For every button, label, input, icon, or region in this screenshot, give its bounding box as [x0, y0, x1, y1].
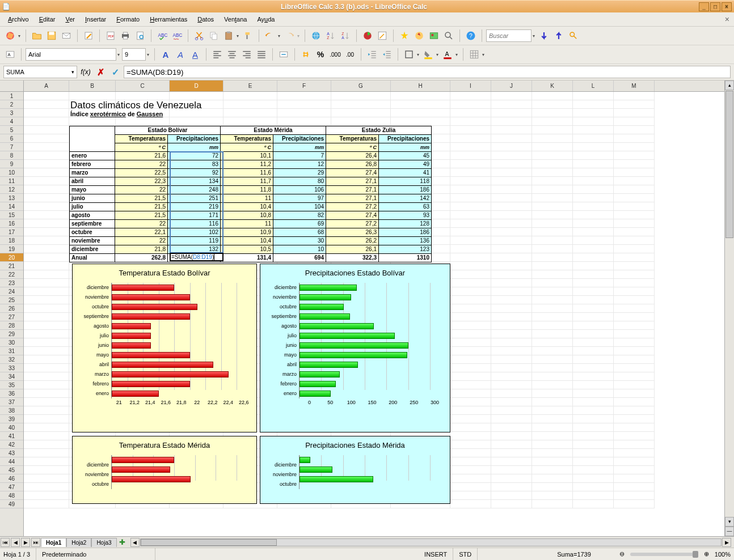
col-header-G[interactable]: G	[331, 80, 391, 91]
col-header-D[interactable]: D	[170, 80, 223, 91]
row-header-8[interactable]: 8	[0, 151, 23, 160]
decrease-indent-icon[interactable]	[365, 48, 379, 61]
chart-icon[interactable]	[361, 29, 374, 43]
font-name-input[interactable]	[26, 48, 116, 61]
borders-dropdown[interactable]: ▾	[416, 52, 420, 57]
row-header-25[interactable]: 25	[0, 296, 23, 304]
bold-icon[interactable]: A	[159, 48, 172, 61]
menu-insertar[interactable]: Insertar	[81, 14, 111, 24]
pdf-icon[interactable]: PDF	[104, 29, 117, 43]
chart-prec-bolivar[interactable]: Precipitaciones Estado Bolívar enerofebr…	[260, 264, 450, 432]
tab-hoja3[interactable]: Hoja3	[91, 538, 116, 547]
autospell-icon[interactable]: ABC	[170, 29, 184, 43]
row-header-23[interactable]: 23	[0, 279, 23, 287]
search-down-icon[interactable]	[537, 29, 551, 43]
menu-herramientas[interactable]: Herramientas	[145, 14, 192, 24]
row-header-12[interactable]: 12	[0, 185, 23, 194]
chart-temp-bolivar[interactable]: Temperatura Estado Bolívar enerofebrerom…	[72, 264, 257, 432]
bgcolor-dropdown[interactable]: ▾	[435, 52, 440, 57]
row-header-15[interactable]: 15	[0, 211, 23, 219]
row-header-35[interactable]: 35	[0, 381, 23, 389]
formula-input[interactable]	[124, 66, 731, 78]
col-header-A[interactable]: A	[24, 80, 69, 91]
borders-icon[interactable]	[402, 48, 416, 61]
row-header-31[interactable]: 31	[0, 347, 23, 355]
paste-dropdown[interactable]: ▾	[235, 33, 240, 39]
align-justify-icon[interactable]	[255, 48, 268, 61]
scroll-thumb[interactable]	[725, 91, 733, 238]
row-header-46[interactable]: 46	[0, 474, 23, 483]
tab-last-icon[interactable]: ⏭	[31, 538, 40, 547]
show-draw-icon[interactable]	[376, 29, 389, 43]
row-header-26[interactable]: 26	[0, 304, 23, 313]
hscroll-thumb[interactable]	[141, 539, 277, 546]
row-header-11[interactable]: 11	[0, 177, 23, 185]
menu-editar[interactable]: Editar	[35, 14, 60, 24]
new-dropdown[interactable]: ▾	[17, 33, 22, 39]
row-header-30[interactable]: 30	[0, 338, 23, 347]
row-header-1[interactable]: 1	[0, 92, 23, 100]
zoom-slider[interactable]	[630, 553, 698, 556]
row-header-47[interactable]: 47	[0, 483, 23, 491]
menu-datos[interactable]: Datos	[193, 14, 218, 24]
tab-prev-icon[interactable]: ◀	[11, 538, 20, 547]
row-header-2[interactable]: 2	[0, 100, 23, 109]
row-header-17[interactable]: 17	[0, 228, 23, 236]
row-header-7[interactable]: 7	[0, 143, 23, 151]
row-header-24[interactable]: 24	[0, 287, 23, 296]
spellcheck-icon[interactable]: ABC	[155, 29, 169, 43]
paste-icon[interactable]	[222, 29, 235, 43]
col-header-E[interactable]: E	[223, 80, 277, 91]
percent-icon[interactable]: %	[314, 48, 327, 61]
row-header-6[interactable]: 6	[0, 134, 23, 143]
add-decimal-icon[interactable]: .000	[328, 48, 342, 61]
sort-desc-icon[interactable]: ZA	[339, 29, 352, 43]
email-icon[interactable]	[60, 29, 73, 43]
chart-temp-merida[interactable]: Temperatura Estado Mérida octubrenoviemb…	[72, 436, 257, 504]
sort-asc-icon[interactable]: AZ	[324, 29, 338, 43]
col-header-J[interactable]: J	[491, 80, 532, 91]
col-header-H[interactable]: H	[391, 80, 450, 91]
add-sheet-icon[interactable]: ✚	[117, 538, 128, 546]
tab-hoja1[interactable]: Hoja1	[41, 538, 66, 547]
tab-hoja2[interactable]: Hoja2	[66, 538, 91, 547]
tab-first-icon[interactable]: ⏮	[1, 538, 10, 547]
zoom-level[interactable]: 100%	[715, 551, 731, 558]
font-name-dropdown[interactable]: ▾	[116, 52, 121, 57]
row-header-43[interactable]: 43	[0, 449, 23, 457]
align-center-icon[interactable]	[225, 48, 239, 61]
search-input[interactable]	[486, 29, 531, 42]
menu-ver[interactable]: Ver	[61, 14, 79, 24]
minimize-button[interactable]: _	[699, 2, 709, 11]
editing-cell[interactable]: =SUMA(D8:D19)	[170, 253, 223, 261]
cut-icon[interactable]	[192, 29, 206, 43]
select-all-corner[interactable]	[0, 80, 23, 92]
row-header-33[interactable]: 33	[0, 364, 23, 372]
remove-decimal-icon[interactable]: .00	[343, 48, 357, 61]
fontcolor-dropdown[interactable]: ▾	[454, 52, 459, 57]
col-header-I[interactable]: I	[450, 80, 491, 91]
open-icon[interactable]	[30, 29, 44, 43]
bgcolor-icon[interactable]	[421, 48, 435, 61]
close-button[interactable]: ×	[722, 2, 732, 11]
row-header-21[interactable]: 21	[0, 262, 23, 270]
maximize-button[interactable]: □	[710, 2, 720, 11]
undo-dropdown[interactable]: ▾	[277, 33, 281, 39]
accept-icon[interactable]: ✓	[109, 66, 121, 78]
print-icon[interactable]	[119, 29, 132, 43]
scroll-split-icon[interactable]: —	[725, 527, 734, 536]
col-header-M[interactable]: M	[614, 80, 655, 91]
tab-next-icon[interactable]: ▶	[21, 538, 30, 547]
grid-body[interactable]: Datos climáticos de Venezuela Índice xer…	[24, 92, 724, 508]
row-header-49[interactable]: 49	[0, 500, 23, 508]
col-header-K[interactable]: K	[532, 80, 573, 91]
function-wizard-icon[interactable]: f(x)	[79, 66, 92, 78]
name-box[interactable]: SUMA▾	[3, 66, 77, 78]
row-header-42[interactable]: 42	[0, 440, 23, 449]
row-header-5[interactable]: 5	[0, 126, 23, 134]
currency-icon[interactable]	[299, 48, 313, 61]
col-header-F[interactable]: F	[277, 80, 331, 91]
menu-ventana[interactable]: Ventana	[220, 14, 251, 24]
grid-icon[interactable]	[467, 48, 481, 61]
redo-dropdown[interactable]: ▾	[296, 33, 301, 39]
